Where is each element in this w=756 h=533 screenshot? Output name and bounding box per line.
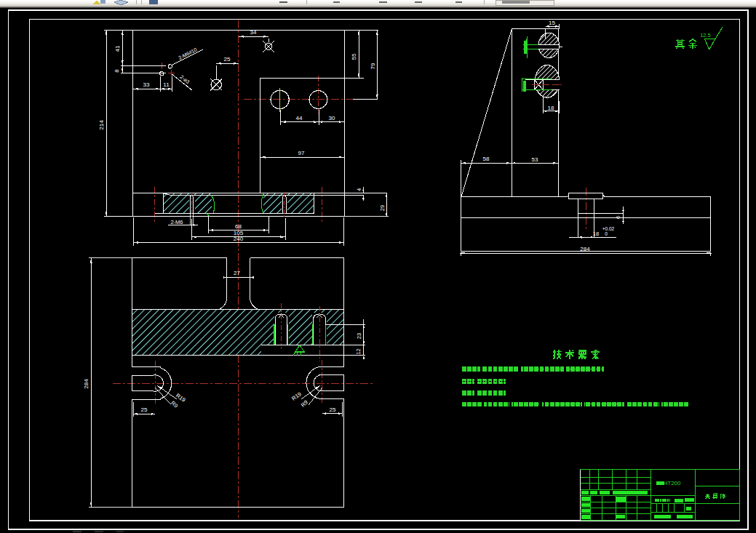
svg-text:34: 34 — [250, 29, 257, 36]
svg-text:33: 33 — [143, 81, 150, 88]
svg-text:18: 18 — [548, 105, 554, 111]
svg-text:23: 23 — [356, 333, 362, 339]
svg-text:2-ø3: 2-ø3 — [179, 74, 191, 84]
svg-text:HT200: HT200 — [663, 480, 681, 486]
svg-text:58: 58 — [483, 156, 490, 162]
svg-text:11: 11 — [163, 81, 170, 88]
svg-text:27: 27 — [234, 270, 240, 276]
svg-text:12: 12 — [355, 348, 362, 354]
svg-text:0: 0 — [605, 231, 608, 236]
svg-text:29: 29 — [379, 205, 386, 211]
svg-text:97: 97 — [298, 150, 305, 156]
svg-text:4: 4 — [356, 188, 362, 191]
svg-text:+0.02: +0.02 — [602, 226, 615, 231]
svg-text:44: 44 — [296, 115, 303, 121]
svg-text:284: 284 — [83, 379, 89, 389]
svg-text:53: 53 — [532, 156, 538, 163]
svg-text:R9: R9 — [300, 399, 309, 409]
svg-text:25: 25 — [224, 56, 231, 63]
svg-text:30: 30 — [329, 115, 335, 121]
svg-text:R9: R9 — [170, 400, 179, 409]
svg-text:25: 25 — [141, 406, 148, 413]
svg-text:214: 214 — [98, 120, 105, 130]
svg-text:240: 240 — [234, 236, 244, 242]
svg-text:284: 284 — [580, 246, 590, 252]
svg-text:R19: R19 — [290, 390, 302, 401]
svg-text:2-M6: 2-M6 — [170, 219, 183, 225]
svg-text:18: 18 — [593, 231, 599, 237]
svg-text:6: 6 — [615, 216, 621, 219]
svg-text:41: 41 — [114, 45, 121, 52]
svg-text:15: 15 — [549, 20, 555, 26]
svg-text:68: 68 — [235, 223, 242, 230]
svg-text:25: 25 — [330, 406, 336, 413]
svg-text:8: 8 — [114, 69, 120, 73]
svg-text:79: 79 — [370, 63, 376, 69]
svg-text:12.5: 12.5 — [700, 32, 711, 39]
svg-text:55: 55 — [351, 53, 357, 60]
